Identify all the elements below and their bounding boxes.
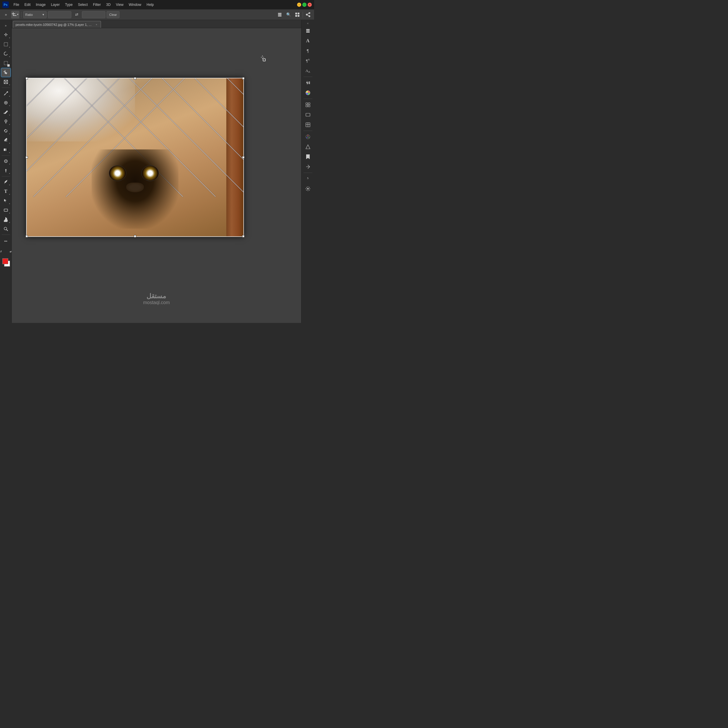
gradient-tool[interactable]: ▾ bbox=[1, 145, 11, 154]
swatches-button[interactable] bbox=[303, 110, 313, 119]
marquee-tool[interactable]: ▾ bbox=[1, 40, 11, 49]
svg-marker-46 bbox=[306, 145, 310, 149]
eyedropper-tool[interactable]: ▾ bbox=[1, 89, 11, 98]
foreground-color-switch[interactable]: ↺ bbox=[0, 247, 6, 256]
settings-panel-button[interactable] bbox=[303, 184, 313, 193]
toolbar-divider-1 bbox=[21, 12, 21, 18]
paragraph-style-button[interactable]: ¶ A bbox=[303, 56, 313, 66]
expand-tools-button[interactable]: » bbox=[2, 11, 10, 18]
paragraph-panel-button[interactable]: ¶ bbox=[303, 46, 313, 55]
foreground-color-swatch[interactable] bbox=[2, 258, 8, 264]
right-divider-2 bbox=[304, 99, 312, 99]
menu-layer[interactable]: Layer bbox=[49, 2, 62, 8]
character-style-button[interactable]: A A bbox=[303, 66, 313, 75]
right-sidebar: « A ¶ ¶ A A A bbox=[301, 20, 314, 323]
menu-help[interactable]: Help bbox=[144, 2, 156, 8]
bookmark-button[interactable] bbox=[303, 152, 313, 161]
toolbar-right-icons: 🔍 bbox=[276, 11, 312, 18]
more-tools-button[interactable]: ••• bbox=[1, 237, 11, 245]
maximize-button[interactable]: □ bbox=[302, 3, 306, 7]
document-tab[interactable]: pexels-mike-tyurin-10560742.jpg @ 17% (L… bbox=[13, 21, 101, 28]
swap-dimensions-button[interactable]: ⇄ bbox=[72, 11, 81, 18]
healing-tool[interactable]: ▾ bbox=[1, 98, 11, 107]
fg-bg-switch[interactable]: ⇄ bbox=[6, 247, 12, 256]
expand-sidebar-button[interactable]: » bbox=[1, 21, 11, 30]
shapes-button[interactable] bbox=[303, 142, 313, 151]
extra-tools: ••• bbox=[1, 236, 11, 246]
lasso-tool[interactable]: ▾ bbox=[1, 49, 11, 58]
tab-close-button[interactable]: × bbox=[95, 23, 98, 27]
svg-rect-6 bbox=[298, 15, 300, 17]
color-wheel-button[interactable] bbox=[303, 132, 313, 141]
clear-button[interactable]: Clear bbox=[107, 11, 119, 18]
right-divider-1 bbox=[304, 76, 312, 77]
menu-edit[interactable]: Edit bbox=[22, 2, 33, 8]
tab-filename: pexels-mike-tyurin-10560742.jpg @ 17% (L… bbox=[15, 23, 93, 26]
move-tool[interactable]: ▾ bbox=[1, 31, 11, 39]
tool-divider-2 bbox=[2, 155, 10, 156]
height-input[interactable] bbox=[82, 11, 106, 18]
menu-view[interactable]: View bbox=[113, 2, 126, 8]
watermark: مستقل mostaql.com bbox=[143, 292, 170, 305]
svg-rect-26 bbox=[306, 29, 310, 30]
image-frame[interactable] bbox=[26, 78, 244, 237]
path-select-tool[interactable]: ▾ bbox=[1, 196, 11, 205]
stamp-tool[interactable]: ▾ bbox=[1, 117, 11, 126]
monkey-image bbox=[26, 78, 244, 237]
svg-rect-34 bbox=[308, 103, 310, 104]
brush-tool[interactable]: ▾ bbox=[1, 108, 11, 116]
svg-rect-4 bbox=[298, 12, 300, 14]
pen-tool[interactable]: ▾ bbox=[1, 177, 11, 187]
arrange-button[interactable] bbox=[293, 11, 301, 18]
object-select-tool[interactable]: ▾ bbox=[1, 59, 11, 67]
canvas-scroll[interactable]: مستقل mostaql.com bbox=[12, 28, 301, 323]
crop-tool-button[interactable]: ▼ bbox=[11, 11, 19, 18]
crop-tool[interactable] bbox=[1, 68, 11, 77]
width-input[interactable] bbox=[48, 11, 71, 18]
zoom-tool[interactable] bbox=[1, 225, 11, 233]
svg-rect-19 bbox=[4, 148, 8, 151]
hand-tool[interactable]: ▾ bbox=[1, 215, 11, 224]
artboard-button[interactable] bbox=[303, 162, 313, 171]
blur-tool[interactable]: ▾ bbox=[1, 157, 11, 165]
history-brush-tool[interactable]: ▾ bbox=[1, 127, 11, 135]
svg-rect-35 bbox=[306, 105, 307, 107]
search-button[interactable]: 🔍 bbox=[284, 11, 293, 18]
close-button[interactable]: × bbox=[307, 3, 312, 7]
ratio-dropdown-label: Ratio bbox=[25, 13, 33, 17]
menu-file[interactable]: File bbox=[11, 2, 21, 8]
glyphs-button[interactable]: ⁵ bbox=[303, 174, 313, 184]
menu-bar: File Edit Image Layer Type Select Filter… bbox=[11, 2, 156, 8]
monkey-nose bbox=[126, 183, 144, 192]
layers-panel-button[interactable] bbox=[303, 26, 313, 35]
character-panel-button[interactable]: A bbox=[303, 36, 313, 46]
eraser-tool[interactable]: ▾ bbox=[1, 136, 11, 145]
rectangle-tool[interactable]: ▾ bbox=[1, 206, 11, 214]
monkey-eye-right bbox=[141, 165, 159, 181]
menu-window[interactable]: Window bbox=[127, 2, 144, 8]
svg-rect-36 bbox=[308, 105, 310, 107]
minimize-button[interactable]: − bbox=[297, 3, 301, 7]
svg-point-43 bbox=[307, 135, 308, 136]
menu-image[interactable]: Image bbox=[34, 2, 48, 8]
menu-select[interactable]: Select bbox=[75, 2, 90, 8]
color-swatches[interactable] bbox=[1, 258, 11, 268]
share-button[interactable] bbox=[304, 11, 312, 18]
expand-right-sidebar[interactable]: « bbox=[306, 21, 309, 26]
channels-button[interactable] bbox=[303, 120, 313, 130]
frame-tool[interactable]: ▾ bbox=[1, 78, 11, 86]
menu-type[interactable]: Type bbox=[63, 2, 75, 8]
type-tool[interactable]: T ▾ bbox=[1, 187, 11, 196]
properties-button[interactable] bbox=[303, 78, 313, 87]
svg-rect-0 bbox=[278, 13, 281, 14]
color-panel-button[interactable] bbox=[303, 88, 313, 98]
menu-filter[interactable]: Filter bbox=[91, 2, 103, 8]
svg-point-48 bbox=[307, 188, 309, 190]
svg-rect-22 bbox=[4, 209, 8, 211]
dodge-tool[interactable]: ▾ bbox=[1, 166, 11, 175]
menu-3d[interactable]: 3D bbox=[104, 2, 113, 8]
options-toolbar: » ▼ Ratio ▼ ⇄ Clear 🔍 bbox=[0, 9, 314, 20]
layers-panel-icon[interactable] bbox=[276, 11, 284, 18]
ratio-dropdown[interactable]: Ratio ▼ bbox=[23, 11, 47, 18]
libraries-button[interactable] bbox=[303, 100, 313, 110]
